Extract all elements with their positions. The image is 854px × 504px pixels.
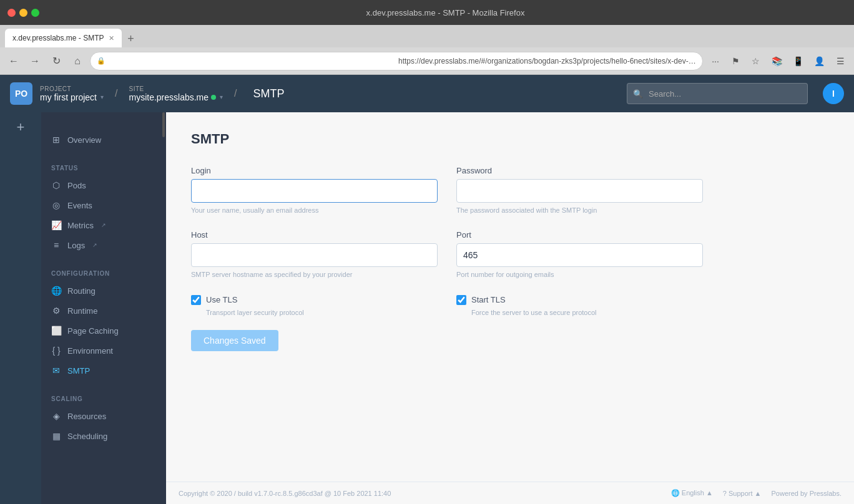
save-button-wrap: Changes Saved [191,330,703,351]
events-icon: ◎ [51,200,61,210]
routing-label: Routing [67,286,96,296]
home-button[interactable]: ⌂ [69,52,86,70]
tab-title: x.dev.presslabs.me - SMTP [12,34,104,42]
use-tls-group: Use TLS Transport layer security protoco… [191,295,438,317]
smtp-icon: ✉ [51,366,61,376]
forward-button[interactable]: → [26,52,44,70]
close-traffic-light[interactable] [7,9,16,17]
use-tls-label[interactable]: Use TLS [191,295,438,305]
port-group: Port Port number for outgoing emails [456,230,703,279]
sidebar-item-routing[interactable]: 🌐 Routing [41,281,166,301]
smtp-page-heading: SMTP [191,131,703,147]
use-tls-hint: Transport layer security protocol [206,308,438,317]
new-tab-button[interactable]: + [122,30,139,47]
page-caching-icon: ⬜ [51,326,61,336]
start-tls-label[interactable]: Start TLS [456,295,703,305]
resources-label: Resources [67,412,106,421]
header-search: 🔍 [627,83,808,104]
footer-right: 🌐 English ▲ ? Support ▲ Powered by Press… [671,489,842,497]
start-tls-hint: Force the server to use a secure protoco… [471,308,703,317]
back-button[interactable]: ← [5,52,22,70]
save-button[interactable]: Changes Saved [191,330,278,351]
breadcrumb-sep-1: / [115,88,117,99]
use-tls-text: Use TLS [206,295,237,304]
password-input[interactable] [456,179,703,203]
project-dropdown-icon[interactable]: ▾ [101,94,104,100]
sidebar-toggle-button[interactable]: 📚 [768,52,785,70]
page-title-crumb: SMTP [253,87,285,100]
url-bar[interactable]: 🔒 https://dev.presslabs.me/#/organizatio… [90,52,703,70]
project-label: PROJECT [40,85,104,92]
sidebar-item-scheduling[interactable]: ▦ Scheduling [41,426,166,446]
metrics-label: Metrics [67,221,94,230]
project-name[interactable]: my first project ▾ [40,92,104,102]
environment-label: Environment [67,346,113,356]
sidebar-item-metrics[interactable]: 📈 Metrics ↗ [41,215,166,235]
minimize-traffic-light[interactable] [19,9,27,17]
pocket-button[interactable]: ⚑ [727,52,744,70]
port-input[interactable] [456,243,703,267]
start-tls-checkbox[interactable] [456,295,466,305]
site-info: SITE mysite.presslabs.me ▾ [129,85,223,102]
status-section-label: STATUS [41,165,166,175]
host-input[interactable] [191,243,438,267]
search-input[interactable] [627,83,808,104]
site-name[interactable]: mysite.presslabs.me ▾ [129,92,223,102]
search-wrap: 🔍 [627,83,808,104]
main-content: SMTP Login Your user name, usually an em… [166,112,854,504]
password-group: Password The password associated with th… [456,166,703,215]
nav-section-status: STATUS ⬡ Pods ◎ Events 📈 Metrics ↗ [41,155,166,260]
sidebar-item-resources[interactable]: ◈ Resources [41,406,166,426]
active-tab[interactable]: x.dev.presslabs.me - SMTP ✕ [5,29,122,47]
browser-title: x.dev.presslabs.me - SMTP - Mozilla Fire… [44,8,847,17]
site-status-dot [211,95,216,100]
sidebar-item-pods[interactable]: ⬡ Pods [41,175,166,195]
smtp-label: SMTP [67,366,90,376]
nav-section-overview: ⊞ Overview [41,120,166,155]
more-options-button[interactable]: ··· [707,52,724,70]
page-caching-label: Page Caching [67,326,119,336]
profile-button[interactable]: 👤 [810,52,828,70]
sidebar-item-logs[interactable]: ≡ Logs ↗ [41,235,166,255]
menu-button[interactable]: ☰ [832,52,849,70]
environment-icon: { } [51,346,61,356]
sidebar-item-events[interactable]: ◎ Events [41,195,166,215]
icon-sidebar: + [0,112,41,504]
password-label: Password [456,166,703,175]
user-avatar[interactable]: I [823,83,844,104]
sidebar-item-runtime[interactable]: ⚙ Runtime [41,301,166,321]
sidebar-item-environment[interactable]: { } Environment [41,341,166,361]
use-tls-checkbox[interactable] [191,295,201,305]
content-footer: Copyright © 2020 / build v1.7.0-rc.8.5.g… [166,482,854,504]
synced-tabs-button[interactable]: 📱 [789,52,807,70]
runtime-icon: ⚙ [51,306,61,316]
pods-label: Pods [67,181,86,190]
footer-support[interactable]: ? Support ▲ [723,490,762,497]
reload-button[interactable]: ↻ [47,52,65,70]
maximize-traffic-light[interactable] [31,9,39,17]
app-header: PO PROJECT my first project ▾ / SITE mys… [0,75,854,112]
site-dropdown-icon[interactable]: ▾ [220,94,223,100]
bookmark-button[interactable]: ☆ [747,52,764,70]
sidebar-item-page-caching[interactable]: ⬜ Page Caching [41,321,166,341]
titlebar: x.dev.presslabs.me - SMTP - Mozilla Fire… [0,0,854,25]
sidebar-item-smtp[interactable]: ✉ SMTP [41,361,166,380]
footer-language[interactable]: 🌐 English ▲ [671,489,713,497]
host-port-row: Host SMTP server hostname as specified b… [191,230,703,279]
metrics-icon: 📈 [51,220,61,230]
runtime-label: Runtime [67,306,97,316]
sidebar-item-overview[interactable]: ⊞ Overview [41,130,166,150]
project-info: PROJECT my first project ▾ [40,85,104,102]
add-button[interactable]: + [11,117,31,137]
project-badge: PO [10,82,32,105]
port-label: Port [456,230,703,240]
tab-close-icon[interactable]: ✕ [109,34,114,42]
tls-row: Use TLS Transport layer security protoco… [191,295,703,317]
language-chevron: ▲ [706,489,713,497]
logs-icon: ≡ [51,240,61,250]
support-chevron: ▲ [755,490,762,497]
login-input[interactable] [191,179,438,203]
port-hint: Port number for outgoing emails [456,270,703,279]
support-icon: ? [723,490,727,497]
pods-icon: ⬡ [51,180,61,190]
